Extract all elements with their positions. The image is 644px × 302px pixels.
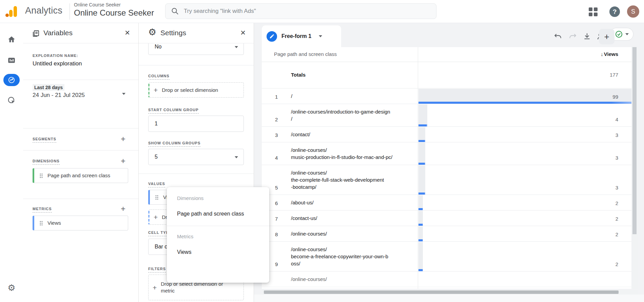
menu-item[interactable]: Views [167,244,269,261]
divider [23,199,138,199]
start-column-group-value: 1 [155,121,158,127]
table-row[interactable]: 2/online-courses/introduction-to-game-de… [262,104,638,127]
filters-dropzone-text: Drop or select dimension or metric [161,281,229,294]
download-icon[interactable] [583,32,591,41]
bar-value-line [418,102,638,104]
chevron-down-icon [625,33,629,35]
help-icon[interactable]: ? [609,6,620,17]
nav-advertising-icon[interactable] [0,92,23,108]
bar-track [418,226,423,239]
horizontal-scrollbar-thumb[interactable] [264,290,619,294]
start-column-group-input[interactable]: 1 [148,116,244,132]
add-segment-button[interactable]: + [121,135,125,143]
bar-cell [418,242,638,271]
nav-rail: ⚙ [0,23,23,302]
sort-desc-icon: ↓ [601,51,603,57]
bar-track [418,104,427,124]
table-row[interactable]: 1/99 [262,88,638,104]
chevron-down-icon [235,156,238,158]
bar-track [418,89,638,102]
bar-cell [418,211,638,226]
views-value: 2 [616,261,618,267]
bar-value-line [418,163,425,165]
undo-icon[interactable] [553,32,562,41]
nav-home-icon[interactable] [0,31,23,47]
table-row[interactable]: 6/about-us/2 [262,195,638,210]
explore-selected-pill [3,74,20,86]
search-input[interactable] [184,8,431,15]
row-number: 3 [275,132,278,138]
table-row[interactable]: 3/contact/3 [262,127,638,142]
table-row[interactable]: 8/online-courses/2 [262,226,638,242]
columns-label: COLUMNS [148,74,170,80]
table-row[interactable]: 5/online-courses/the-complete-full-stack… [262,165,638,195]
show-column-groups-label: SHOW COLUMN GROUPS [148,141,200,147]
bar-track [418,143,425,163]
apps-grid-icon[interactable] [589,7,598,16]
columns-dropzone[interactable]: + Drop or select dimension [148,82,244,98]
bar-cell [418,104,638,126]
add-metric-button[interactable]: + [121,205,125,213]
dimension-chip[interactable]: Page path and screen class [33,168,128,183]
horizontal-scrollbar[interactable] [262,290,638,295]
chevron-down-icon [319,35,322,37]
avatar[interactable]: S [627,5,639,18]
header-divider [70,3,70,20]
table-row[interactable]: 9/online-courses/become-a-freelance-copy… [262,242,638,271]
drag-handle-icon [39,173,43,179]
dimension-column-header[interactable]: Page path and screen class [274,51,337,57]
views-value: 2 [616,231,618,237]
global-search[interactable] [165,3,436,19]
show-column-groups-value: 5 [155,154,158,160]
metric-column-header[interactable]: ↓Views [601,51,618,57]
variables-icon [32,29,40,38]
bar-value-line [418,239,423,241]
page-path-cell: /contact/ [262,127,418,142]
metric-chip[interactable]: Views [33,216,128,230]
table-row[interactable]: /online-courses/ [262,271,638,287]
search-icon [171,7,179,15]
nav-explore-icon[interactable] [0,72,23,88]
plus-icon: + [153,284,157,291]
table-row[interactable]: 4/online-courses/music-production-in-fl-… [262,142,638,165]
tab-free-form-1[interactable]: Free-form 1 [262,25,341,47]
page-path-cell: /online-courses/the-complete-full-stack-… [262,165,418,195]
views-value: 2 [616,200,618,206]
bar-value-line [418,193,425,195]
totals-row: Totals 177 [262,62,638,88]
settings-close-icon[interactable]: × [240,28,246,37]
bar-track [418,242,423,269]
columns-dropzone-text: Drop or select dimension [162,87,218,94]
settings-title: Settings [160,29,186,37]
nav-reports-icon[interactable] [0,52,23,68]
account-switcher[interactable]: Online Course Seeker Online Course Seeke… [74,2,154,18]
metric-select-menu: DimensionsPage path and screen classMetr… [167,187,269,283]
plus-icon: + [154,86,158,94]
approved-check-icon [615,30,623,38]
product-title: Analytics [25,5,62,16]
variables-close-icon[interactable]: × [125,28,130,37]
show-column-groups-select[interactable]: 5 [148,149,244,165]
page-path-cell: /online-courses/introduction-to-game-des… [262,104,418,126]
vertical-scrollbar-thumb[interactable] [632,47,637,234]
dimensions-label: DIMENSIONS [33,159,60,165]
analytics-logo-icon[interactable] [5,5,18,18]
date-range-selector[interactable]: Last 28 days 24 Jun - 21 Jul 2025 [33,84,128,99]
start-column-group-label: START COLUMN GROUP [148,108,199,114]
bar-track [418,195,423,208]
exploration-name-value[interactable]: Untitled exploration [33,60,82,67]
table-row[interactable]: 7/contact-us/2 [262,210,638,226]
chevron-down-icon [235,46,238,48]
add-tab-button[interactable]: + [599,29,614,44]
menu-item[interactable]: Page path and screen class [167,205,269,222]
row-number: 7 [275,216,278,222]
nested-rows-select[interactable]: No [148,43,244,55]
nav-admin-gear-icon[interactable]: ⚙ [0,280,23,296]
redo-icon[interactable] [568,32,577,41]
page-path-cell: /about-us/ [262,195,418,210]
metrics-label: METRICS [33,207,52,213]
vertical-scrollbar[interactable] [631,47,638,289]
add-dimension-button[interactable]: + [121,157,125,165]
plus-icon: + [154,214,158,221]
table-header-row: Page path and screen class ↓Views [262,47,638,62]
